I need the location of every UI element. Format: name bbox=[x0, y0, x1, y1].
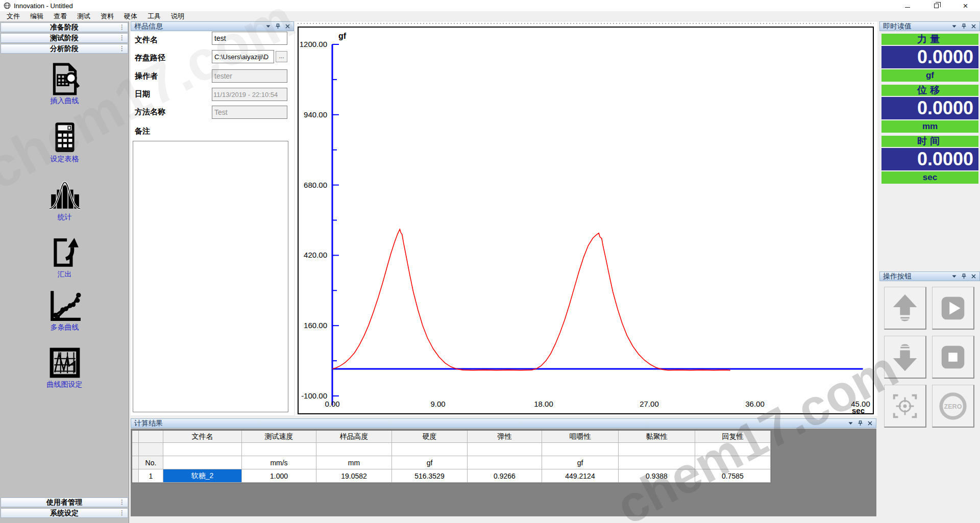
column-header: 黏聚性 bbox=[619, 431, 695, 443]
multi-curve-icon bbox=[48, 289, 82, 322]
op-buttons-panel-title: 操作按钮 bbox=[883, 272, 912, 281]
notes-label: 备注 bbox=[135, 127, 150, 136]
chewiness-cell[interactable]: 449.2124 bbox=[542, 469, 619, 483]
start-test-button[interactable] bbox=[932, 287, 974, 330]
save-path-input[interactable]: C:\Users\aiyaziji\D bbox=[212, 50, 274, 63]
file-name-cell[interactable]: 软糖_2 bbox=[163, 469, 242, 483]
menu-tools[interactable]: 工具 bbox=[146, 12, 162, 21]
sidebar-item-system-settings[interactable]: 系统设定⋮ bbox=[1, 508, 128, 518]
svg-text:sec: sec bbox=[852, 406, 865, 413]
pin-icon[interactable] bbox=[857, 420, 863, 426]
grip-dots-icon: ⋮ bbox=[119, 45, 125, 52]
zero-button[interactable]: ZERO bbox=[932, 385, 974, 428]
date-input: 11/13/2019 - 22:10:54 bbox=[212, 88, 287, 101]
chevron-down-icon[interactable] bbox=[265, 23, 271, 29]
displacement-reading-label: 位移 bbox=[881, 85, 978, 96]
force-time-chart: 1200.00940.00680.00420.00160.00-100.000.… bbox=[298, 27, 874, 414]
empty-cell bbox=[316, 443, 392, 456]
row-selector-header bbox=[132, 431, 139, 443]
results-panel-header: 计算结果 bbox=[131, 418, 876, 428]
sidebar-item-analysis-stage[interactable]: 分析阶段⋮ bbox=[1, 44, 128, 54]
force-reading-value: 0.0000 bbox=[881, 46, 978, 68]
stop-test-button[interactable] bbox=[932, 336, 974, 379]
close-icon[interactable] bbox=[285, 23, 290, 29]
tool-insert-curve[interactable]: 插入曲线 bbox=[0, 62, 129, 106]
menu-help[interactable]: 说明 bbox=[169, 12, 186, 21]
readings-panel-title: 即时读值 bbox=[883, 22, 912, 31]
tool-chart-settings[interactable]: 曲线图设定 bbox=[0, 346, 129, 389]
chevron-down-icon[interactable] bbox=[951, 273, 957, 279]
insert-curve-icon bbox=[48, 62, 82, 96]
probe-down-button[interactable] bbox=[884, 336, 926, 379]
row-selector-cell[interactable] bbox=[132, 469, 139, 483]
close-icon[interactable] bbox=[971, 273, 976, 279]
close-icon[interactable] bbox=[971, 23, 976, 29]
unit-cell bbox=[619, 456, 695, 469]
svg-text:ZERO: ZERO bbox=[944, 403, 962, 410]
svg-text:9.00: 9.00 bbox=[430, 400, 445, 408]
readings-panel-header: 即时读值 bbox=[879, 21, 980, 31]
empty-cell bbox=[132, 443, 139, 456]
cohesiveness-cell[interactable]: 0.9388 bbox=[619, 469, 695, 483]
menu-data[interactable]: 资料 bbox=[99, 12, 115, 21]
svg-text:gf: gf bbox=[338, 32, 347, 40]
hardness-cell[interactable]: 516.3529 bbox=[392, 469, 468, 483]
arrow-down-icon bbox=[889, 341, 921, 373]
close-icon[interactable] bbox=[867, 420, 873, 426]
chevron-down-icon[interactable] bbox=[848, 420, 853, 426]
pin-icon[interactable] bbox=[275, 23, 281, 29]
sidebar-item-prepare-stage[interactable]: 准备阶段⋮ bbox=[1, 22, 128, 32]
results-panel-title: 计算结果 bbox=[134, 419, 163, 428]
restore-button[interactable] bbox=[922, 0, 951, 11]
empty-cell bbox=[695, 443, 771, 456]
column-header: 弹性 bbox=[468, 431, 542, 443]
notes-textarea[interactable] bbox=[133, 141, 288, 412]
zero-icon: ZERO bbox=[937, 390, 969, 422]
calculator-icon bbox=[48, 120, 82, 154]
menu-hardware[interactable]: 硬体 bbox=[122, 12, 139, 21]
close-button[interactable]: × bbox=[951, 0, 980, 11]
browse-button[interactable]: ... bbox=[276, 51, 287, 62]
sidebar-item-test-stage[interactable]: 测试阶段⋮ bbox=[1, 33, 128, 43]
chart-canvas: 1200.00940.00680.00420.00160.00-100.000.… bbox=[299, 28, 873, 413]
unit-cell: mm/s bbox=[242, 456, 316, 469]
test-speed-cell[interactable]: 1.000 bbox=[242, 469, 316, 483]
tool-statistics[interactable]: 统计 bbox=[0, 179, 129, 222]
results-table: 文件名 测试速度 样品高度 硬度 弹性 咀嚼性 黏聚性 回复性 No. mm/s… bbox=[132, 430, 771, 483]
tool-set-table[interactable]: 设定表格 bbox=[0, 120, 129, 164]
file-name-label: 文件名 bbox=[135, 35, 158, 45]
tool-multi-curve[interactable]: 多条曲线 bbox=[0, 289, 129, 332]
splitter-gripper[interactable] bbox=[298, 22, 874, 24]
column-header: 文件名 bbox=[163, 431, 242, 443]
row-number-cell[interactable]: 1 bbox=[139, 469, 163, 483]
menu-view[interactable]: 查看 bbox=[52, 12, 68, 21]
pin-icon[interactable] bbox=[961, 273, 967, 279]
stop-icon bbox=[937, 341, 969, 373]
file-name-input[interactable]: test bbox=[212, 32, 287, 45]
target-position-button[interactable] bbox=[884, 385, 926, 428]
sample-height-cell[interactable]: 19.0582 bbox=[316, 469, 392, 483]
restore-icon bbox=[934, 4, 939, 8]
resilience-cell[interactable]: 0.7585 bbox=[695, 469, 771, 483]
menu-test[interactable]: 测试 bbox=[76, 12, 92, 21]
column-header: 样品高度 bbox=[316, 431, 392, 443]
sidebar-item-user-management[interactable]: 使用者管理⋮ bbox=[1, 497, 128, 507]
time-reading-value: 0.0000 bbox=[881, 148, 978, 170]
pin-icon[interactable] bbox=[961, 23, 967, 29]
column-header: 咀嚼性 bbox=[542, 431, 619, 443]
svg-text:-100.00: -100.00 bbox=[301, 391, 327, 400]
time-reading-unit: sec bbox=[881, 171, 978, 184]
menu-edit[interactable]: 编辑 bbox=[29, 12, 45, 21]
sample-panel-header: 样品信息 bbox=[131, 21, 294, 31]
op-buttons-panel-header: 操作按钮 bbox=[879, 271, 980, 281]
menu-file[interactable]: 文件 bbox=[5, 12, 21, 21]
unit-cell: mm bbox=[316, 456, 392, 469]
export-icon bbox=[48, 236, 82, 269]
springiness-cell[interactable]: 0.9266 bbox=[468, 469, 542, 483]
probe-up-button[interactable] bbox=[884, 287, 926, 330]
minimize-button[interactable] bbox=[893, 0, 922, 11]
unit-cell bbox=[468, 456, 542, 469]
chevron-down-icon[interactable] bbox=[951, 23, 957, 29]
svg-text:420.00: 420.00 bbox=[304, 251, 327, 259]
tool-export[interactable]: 汇出 bbox=[0, 236, 129, 279]
